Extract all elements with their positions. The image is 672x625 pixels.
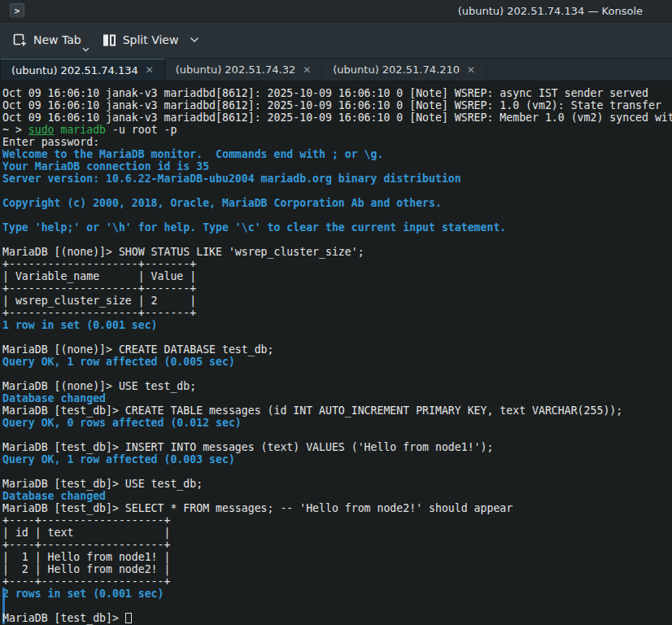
- terminal-line: | wsrep_cluster_size | 2 |: [2, 295, 672, 307]
- new-tab-dropdown-chevron-icon[interactable]: [82, 47, 89, 52]
- terminal-line: Query OK, 1 row affected (0.003 sec): [2, 453, 672, 465]
- konsole-icon-glyph: >: [15, 7, 20, 15]
- terminal-line: Type 'help;' or '\h' for help. Type '\c'…: [2, 221, 672, 234]
- terminal-line: [2, 331, 672, 343]
- terminal-line: | 1 | Hello from node1! |: [2, 551, 672, 563]
- session-tab-3[interactable]: (ubuntu) 202.51.74.210✕: [322, 59, 487, 81]
- terminal-line: +----+-------------------+: [2, 539, 672, 551]
- konsole-app-icon: >: [10, 3, 24, 18]
- tab-close-icon[interactable]: ✕: [467, 65, 475, 75]
- tab-close-icon[interactable]: ✕: [303, 65, 311, 75]
- terminal-line: [2, 234, 672, 246]
- terminal-line: MariaDB [(none)]> SHOW STATUS LIKE 'wsre…: [2, 246, 672, 258]
- terminal-line: Oct 09 16:06:10 janak-v3 mariadbd[8612]:…: [2, 111, 672, 124]
- terminal-line: 1 row in set (0.001 sec): [2, 319, 672, 331]
- terminal-line: MariaDB [(none)]> CREATE DATABASE test_d…: [2, 343, 672, 356]
- terminal-line: Oct 09 16:06:10 janak-v3 mariadbd[8612]:…: [2, 99, 672, 111]
- terminal-line: Oct 09 16:06:10 janak-v3 mariadbd[8612]:…: [2, 87, 672, 99]
- terminal-line: [2, 209, 672, 221]
- session-tab-2[interactable]: (ubuntu) 202.51.74.32✕: [165, 59, 322, 81]
- terminal-line: [2, 429, 672, 441]
- terminal-line: Copyright (c) 2000, 2018, Oracle, MariaD…: [2, 197, 672, 209]
- terminal-line: MariaDB [test_db]> INSERT INTO messages …: [2, 441, 672, 453]
- konsole-window: > (ubuntu) 202.51.74.134 — Konsole New T…: [0, 0, 672, 625]
- terminal-line: [2, 185, 672, 197]
- terminal-output: Oct 09 16:06:10 janak-v3 mariadbd[8612]:…: [2, 87, 672, 624]
- split-view-dropdown-chevron-icon[interactable]: [190, 37, 199, 43]
- terminal-line: Server version: 10.6.22-MariaDB-ubu2004 …: [2, 173, 672, 185]
- window-title: (ubuntu) 202.51.74.134 — Konsole: [24, 5, 643, 17]
- terminal-line: Query OK, 1 row affected (0.005 sec): [2, 356, 672, 368]
- terminal-line: | id | text |: [2, 527, 672, 539]
- tab-bar: (ubuntu) 202.51.74.134✕(ubuntu) 202.51.7…: [0, 59, 672, 81]
- terminal-cursor: [125, 613, 132, 623]
- terminal-line: MariaDB [(none)]> USE test_db;: [2, 380, 672, 392]
- split-view-icon: [103, 33, 116, 47]
- terminal-line: +--------------------+-------+: [2, 258, 672, 270]
- split-view-button[interactable]: Split View: [98, 30, 205, 50]
- split-view-label: Split View: [123, 33, 179, 46]
- terminal-line: +----+-------------------+: [2, 575, 672, 588]
- terminal-line: | 2 | Hello from node2! |: [2, 563, 672, 575]
- terminal-line: Database changed: [2, 392, 672, 404]
- terminal-line: Enter password:: [2, 136, 672, 148]
- terminal-line: MariaDB [test_db]> SELECT * FROM message…: [2, 502, 672, 514]
- terminal-viewport[interactable]: Oct 09 16:06:10 janak-v3 mariadbd[8612]:…: [0, 81, 672, 625]
- terminal-line: [2, 465, 672, 478]
- tab-close-icon[interactable]: ✕: [146, 65, 154, 75]
- terminal-line: MariaDB [test_db]>: [2, 612, 672, 624]
- new-tab-button[interactable]: New Tab: [8, 30, 86, 50]
- terminal-line: +--------------------+-------+: [2, 307, 672, 319]
- session-tab-1[interactable]: (ubuntu) 202.51.74.134✕: [0, 59, 165, 81]
- terminal-line: ~ > sudo mariadb -u root -p: [2, 124, 672, 136]
- new-tab-icon: [13, 33, 27, 47]
- window-titlebar[interactable]: > (ubuntu) 202.51.74.134 — Konsole: [0, 0, 672, 22]
- terminal-line: | Variable_name | Value |: [2, 270, 672, 282]
- tab-label: (ubuntu) 202.51.74.32: [176, 63, 295, 76]
- tab-label: (ubuntu) 202.51.74.134: [11, 64, 138, 76]
- terminal-line: 2 rows in set (0.001 sec): [2, 588, 672, 600]
- terminal-line: Your MariaDB connection id is 35: [2, 160, 672, 173]
- terminal-line: MariaDB [test_db]> USE test_db;: [2, 478, 672, 490]
- terminal-line: [2, 600, 672, 612]
- terminal-line: MariaDB [test_db]> CREATE TABLE messages…: [2, 404, 672, 417]
- terminal-line: Welcome to the MariaDB monitor. Commands…: [2, 148, 672, 160]
- terminal-line: +----+-------------------+: [2, 514, 672, 527]
- main-toolbar: New Tab Split View: [0, 22, 672, 59]
- new-tab-label: New Tab: [33, 33, 81, 46]
- tab-label: (ubuntu) 202.51.74.210: [333, 63, 460, 76]
- terminal-line: [2, 368, 672, 380]
- terminal-line: Query OK, 0 rows affected (0.012 sec): [2, 417, 672, 429]
- terminal-line: Database changed: [2, 490, 672, 502]
- terminal-line: +--------------------+-------+: [2, 282, 672, 295]
